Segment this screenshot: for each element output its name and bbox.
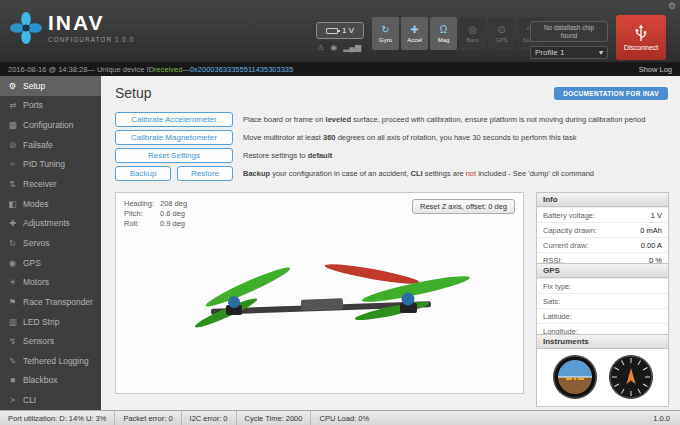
sidebar-item-servos[interactable]: ↻ Servos: [0, 233, 101, 253]
documentation-button[interactable]: DOCUMENTATION FOR INAV: [554, 87, 668, 100]
reset-settings-button[interactable]: Reset Settings: [115, 148, 233, 163]
device-id: 0x20003633355511435303335: [190, 65, 293, 74]
firmware-version: 1.0.0: [643, 414, 680, 423]
heading-value: 208 deg: [160, 199, 187, 208]
warning-icon: ⚠: [317, 43, 324, 52]
pid-tuning-icon: ≈: [7, 159, 18, 169]
gyro-icon: ↻: [381, 24, 389, 36]
accel-icon: ✚: [410, 24, 418, 36]
current-draw-row: Current draw:0.00 A: [537, 237, 668, 252]
port-utilization: Port utilization: D: 14% U: 3%: [0, 411, 115, 425]
modes-icon: ◧: [7, 199, 18, 209]
battery-indicator: 1 V: [316, 22, 364, 39]
cli-icon: >: [7, 395, 18, 405]
sidebar-item-blackbox[interactable]: ■ Blackbox: [0, 371, 101, 391]
sidebar: ⚙ Setup ⇄ Ports ▦ Configuration ⊘ Failsa…: [0, 76, 101, 410]
info-panel: Info Battery voltage:1 V Capacity drawn:…: [536, 192, 669, 268]
motors-icon: ☀: [7, 277, 18, 287]
reset-settings-note: Restore settings to default: [243, 151, 332, 160]
app-header: INAV CONFIGURATOR 1.0.0 1 V ⚠ ◉ ▂▄▆ ↻ Gy…: [0, 0, 680, 62]
backup-button[interactable]: Backup: [115, 166, 171, 181]
servos-icon: ↻: [7, 238, 18, 248]
sidebar-item-led-strip[interactable]: ▥ LED Strip: [0, 312, 101, 332]
gps-sat-icon: ⊙: [497, 24, 505, 36]
sensor-status-bar: ↻ Gyro ✚ Accel Ω Mag ◎ Baro ⊙ GPS ◠ Sona…: [372, 17, 544, 50]
receiver-icon: ⇅: [7, 179, 18, 189]
sats-row: Sats:: [537, 293, 668, 308]
cpu-load: CPU Load: 0%: [311, 411, 377, 425]
sidebar-item-motors[interactable]: ☀ Motors: [0, 272, 101, 292]
mag-calibration-row: Calibrate Magnetometer Move multirotor a…: [115, 130, 577, 144]
inav-configurator-window: INAV CONFIGURATOR 1.0.0 1 V ⚠ ◉ ▂▄▆ ↻ Gy…: [0, 0, 680, 425]
sensor-mag: Ω Mag: [430, 17, 457, 50]
status-bar: Port utilization: D: 14% U: 3% Packet er…: [0, 410, 680, 425]
sidebar-item-failsafe[interactable]: ⊘ Failsafe: [0, 135, 101, 155]
sidebar-item-sensors[interactable]: ↯ Sensors: [0, 331, 101, 351]
pitch-value: 0.6 deg: [160, 209, 185, 218]
sidebar-item-cli[interactable]: > CLI: [0, 390, 101, 410]
packet-error: Packet error: 0: [115, 411, 181, 425]
race-transponder-icon: ⚑: [7, 297, 18, 307]
sensors-icon: ↯: [7, 336, 18, 346]
sidebar-item-gps[interactable]: ◉ GPS: [0, 253, 101, 273]
app-name: INAV: [48, 12, 134, 34]
sidebar-item-configuration[interactable]: ▦ Configuration: [0, 115, 101, 135]
usb-icon: [634, 24, 648, 42]
sidebar-item-tethered-logging[interactable]: ✎ Tethered Logging: [0, 351, 101, 371]
accel-calibration-note: Place board or frame on leveled surface,…: [243, 115, 645, 124]
aircraft-3d-model[interactable]: [116, 219, 523, 387]
blackbox-icon: ■: [7, 375, 18, 385]
disconnect-button[interactable]: Disconnect: [616, 15, 666, 60]
instruments-panel: Instruments: [536, 334, 669, 407]
sidebar-item-pid-tuning[interactable]: ≈ PID Tuning: [0, 155, 101, 175]
header-mini-icons: ⚠ ◉ ▂▄▆: [317, 43, 361, 52]
cycle-time: Cycle Time: 2000: [237, 411, 312, 425]
reset-settings-row: Reset Settings Restore settings to defau…: [115, 148, 332, 162]
info-panel-title: Info: [537, 193, 668, 207]
show-log-button[interactable]: Show Log: [639, 65, 672, 74]
settings-gear-icon[interactable]: ⚙: [668, 1, 676, 11]
heading-indicator-gauge: [608, 354, 654, 400]
mag-icon: Ω: [440, 24, 447, 36]
backup-note: Backup your configuration in case of an …: [243, 169, 594, 178]
tethered-logging-icon: ✎: [7, 356, 18, 366]
restore-button[interactable]: Restore: [177, 166, 233, 181]
sensor-gyro: ↻ Gyro: [372, 17, 399, 50]
sidebar-item-setup[interactable]: ⚙ Setup: [0, 76, 101, 96]
i2c-error: I2C error: 0: [182, 411, 237, 425]
baro-icon: ◎: [468, 24, 477, 36]
chevron-down-icon: ▾: [599, 48, 603, 57]
calibrate-accelerometer-button[interactable]: Calibrate Accelerometer: [115, 112, 233, 127]
inav-logo-icon: [10, 12, 42, 44]
accel-calibration-row: Calibrate Accelerometer Place board or f…: [115, 112, 645, 126]
model-viewer: Heading:208 deg Pitch:0.6 deg Roll:0.9 d…: [115, 192, 524, 394]
gear-icon: ⚙: [7, 81, 18, 91]
instrument-gauges: [537, 349, 668, 406]
log-timestamp: 2016-08-16 @ 14:38:28: [8, 65, 87, 74]
sidebar-item-ports[interactable]: ⇄ Ports: [0, 96, 101, 116]
mag-calibration-note: Move multirotor at least 360 degrees on …: [243, 133, 577, 142]
app-logo: INAV CONFIGURATOR 1.0.0: [10, 12, 134, 44]
page-title: Setup: [115, 85, 152, 101]
ports-icon: ⇄: [7, 100, 18, 110]
log-received: received: [154, 65, 182, 74]
sidebar-item-receiver[interactable]: ⇅ Receiver: [0, 174, 101, 194]
battery-icon: [326, 28, 338, 34]
backup-restore-row: Backup Restore Backup your configuration…: [115, 166, 594, 180]
battery-voltage: 1 V: [342, 26, 354, 35]
profile-select[interactable]: Profile 1 ▾: [530, 46, 608, 59]
gps-icon: ◉: [7, 258, 18, 268]
logo-text: INAV CONFIGURATOR 1.0.0: [48, 12, 134, 44]
reset-z-axis-button[interactable]: Reset Z axis, offset: 0 deg: [412, 199, 515, 214]
sidebar-item-race-transponder[interactable]: ⚑ Race Transponder: [0, 292, 101, 312]
calibrate-magnetometer-button[interactable]: Calibrate Magnetometer: [115, 130, 233, 145]
sensor-accel: ✚ Accel: [401, 17, 428, 50]
sidebar-item-modes[interactable]: ◧ Modes: [0, 194, 101, 214]
battery-voltage-row: Battery voltage:1 V: [537, 207, 668, 222]
gps-panel: GPS Fix type: Sats: Latitude: Longitude:: [536, 263, 669, 339]
sidebar-item-adjustments[interactable]: ✚ Adjustments: [0, 213, 101, 233]
latitude-row: Latitude:: [537, 308, 668, 323]
log-bar: 2016-08-16 @ 14:38:28 — Unique device ID…: [0, 62, 680, 76]
gps-panel-title: GPS: [537, 264, 668, 278]
configuration-icon: ▦: [7, 120, 18, 130]
